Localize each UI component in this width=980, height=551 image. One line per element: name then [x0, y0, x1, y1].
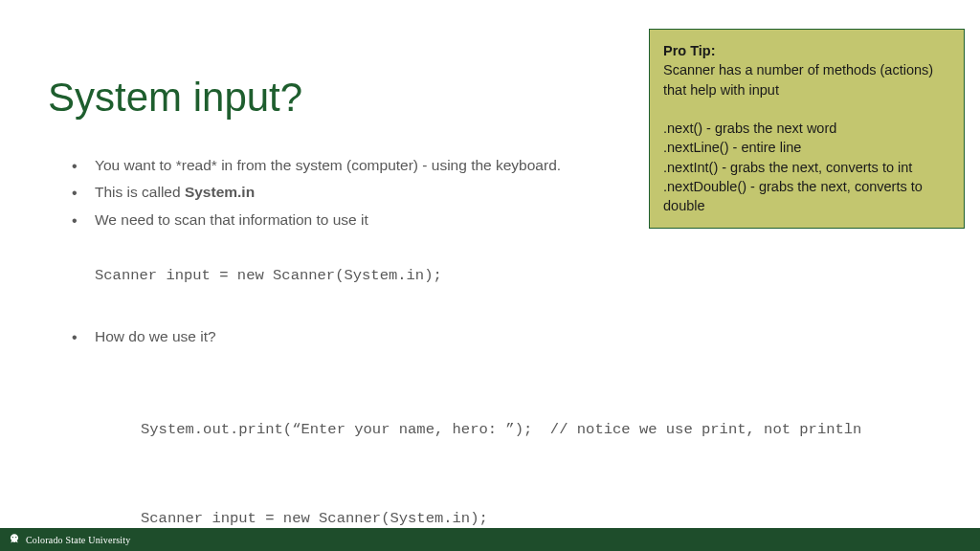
bullet-text: You want to *read* in from the system (c… — [95, 157, 561, 173]
footer-logo: Colorado State University — [8, 533, 130, 546]
ram-icon — [8, 533, 21, 546]
tip-line: .nextLine() - entire line — [663, 138, 950, 157]
tip-line: .nextDouble() - grabs the next, converts… — [663, 177, 950, 216]
tip-title: Pro Tip: — [663, 43, 716, 58]
code-line: System.out.print(“Enter your name, hero:… — [141, 415, 904, 445]
bullet-text: We need to scan that information to use … — [95, 211, 368, 228]
page-title: System input? — [48, 75, 302, 121]
tip-line: .next() - grabs the next word — [663, 119, 950, 138]
bullet-text: How do we use it? — [95, 328, 216, 344]
tip-line: Scanner has a number of methods (actions… — [663, 60, 950, 99]
code-example: System.out.print(“Enter your name, hero:… — [72, 356, 904, 551]
tip-line: .nextInt() - grabs the next, converts to… — [663, 158, 950, 177]
footer-university: Colorado State University — [26, 535, 130, 545]
pro-tip-box: Pro Tip: Scanner has a number of methods… — [649, 29, 965, 229]
footer-bar: Colorado State University — [0, 528, 980, 551]
code-snippet: Scanner input = new Scanner(System.in); — [72, 263, 904, 288]
bullet-text: This is called — [95, 184, 185, 200]
slide: System input? You want to *read* in from… — [0, 0, 980, 551]
bullet-bold: System.in — [185, 184, 255, 200]
bullet-item: How do we use it? — [72, 324, 904, 349]
